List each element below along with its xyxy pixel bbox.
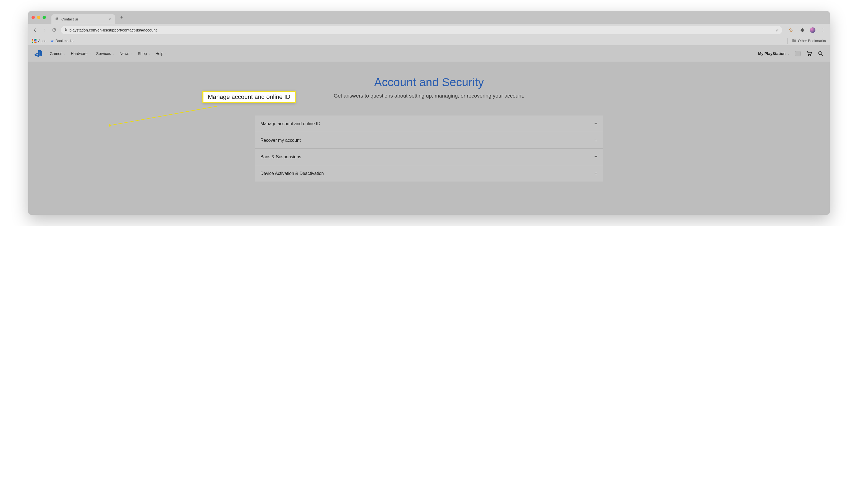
nav-services[interactable]: Services⌄ [96,51,115,56]
svg-point-4 [109,124,111,127]
plus-icon: + [594,120,598,127]
tab-title: Contact us [61,17,79,21]
bookmarks-bar: Apps ★ Bookmarks Other Bookmarks [28,36,830,45]
plus-icon: + [594,153,598,160]
nav-hardware[interactable]: Hardware⌄ [71,51,91,56]
site-nav: Games⌄ Hardware⌄ Services⌄ News⌄ Shop⌄ H… [50,51,167,56]
tab-strip: Contact us × + [28,11,830,24]
new-tab-button[interactable]: + [118,15,126,20]
chevron-down-icon: ⌄ [64,52,66,55]
chevron-down-icon: ⌄ [89,52,91,55]
cart-icon[interactable] [806,51,812,56]
svg-point-1 [810,55,811,56]
url-text: playstation.com/en-us/support/contact-us… [69,28,157,32]
accordion-item-bans[interactable]: Bans & Suspensions + [255,148,603,165]
plus-icon: + [594,170,598,177]
profile-avatar[interactable] [810,27,815,33]
apps-label: Apps [38,39,46,43]
nav-help[interactable]: Help⌄ [155,51,167,56]
lock-icon [64,28,67,32]
search-icon[interactable] [817,51,824,56]
update-icon[interactable] [787,26,795,34]
main-content: Account and Security Get answers to ques… [255,62,603,181]
svg-point-2 [819,51,822,55]
accordion-item-recover-account[interactable]: Recover my account + [255,132,603,148]
forward-button[interactable] [41,26,49,34]
site-header: Games⌄ Hardware⌄ Services⌄ News⌄ Shop⌄ H… [28,45,830,62]
address-bar[interactable]: playstation.com/en-us/support/contact-us… [61,26,782,34]
accordion-label: Device Activation & Deactivation [260,171,324,176]
apps-button[interactable]: Apps [32,39,46,43]
browser-tab[interactable]: Contact us × [51,14,115,24]
tab-favicon [55,17,59,21]
bookmarks-folder[interactable]: ★ Bookmarks [50,39,74,43]
svg-line-3 [110,106,218,126]
chevron-down-icon: ⌄ [787,52,790,55]
notifications-icon[interactable] [795,51,800,56]
annotation-leader-line [108,105,219,127]
nav-shop[interactable]: Shop⌄ [138,51,150,56]
maximize-window-button[interactable] [43,16,46,19]
accordion-label: Recover my account [260,138,301,143]
chevron-down-icon: ⌄ [148,52,150,55]
nav-news[interactable]: News⌄ [120,51,133,56]
star-icon: ★ [50,39,54,43]
bookmark-star-icon[interactable]: ☆ [775,28,779,32]
other-bookmarks-button[interactable]: Other Bookmarks [787,38,826,44]
page-subtitle: Get answers to questions about setting u… [255,93,603,99]
my-playstation-menu[interactable]: My PlayStation ⌄ [758,51,790,56]
plus-icon: + [594,137,598,143]
accordion-label: Manage account and online ID [260,121,320,126]
accordion: Manage account and online ID + Recover m… [255,115,603,181]
back-button[interactable] [31,26,39,34]
apps-icon [32,39,36,43]
chevron-down-icon: ⌄ [131,52,133,55]
other-bookmarks-label: Other Bookmarks [798,39,826,43]
nav-games[interactable]: Games⌄ [50,51,66,56]
browser-window: Contact us × + playstation.com/en-us/sup… [28,11,830,215]
extensions-icon[interactable] [798,26,807,34]
toolbar-right: ⋮ [787,26,827,34]
page-content: Games⌄ Hardware⌄ Services⌄ News⌄ Shop⌄ H… [28,45,830,215]
accordion-item-manage-account[interactable]: Manage account and online ID + [255,115,603,132]
folder-icon [792,39,796,43]
accordion-label: Bans & Suspensions [260,155,301,159]
close-window-button[interactable] [32,16,35,19]
minimize-window-button[interactable] [37,16,41,19]
close-tab-button[interactable]: × [109,17,111,21]
chevron-down-icon: ⌄ [112,52,115,55]
bookmarks-label: Bookmarks [55,39,74,43]
menu-button[interactable]: ⋮ [819,26,827,34]
reload-button[interactable] [50,26,58,34]
page-title: Account and Security [255,76,603,89]
svg-point-0 [808,55,809,56]
accordion-item-device-activation[interactable]: Device Activation & Deactivation + [255,165,603,181]
playstation-logo[interactable] [34,50,44,58]
toolbar: playstation.com/en-us/support/contact-us… [28,24,830,36]
chevron-down-icon: ⌄ [165,52,167,55]
window-controls [32,16,46,19]
